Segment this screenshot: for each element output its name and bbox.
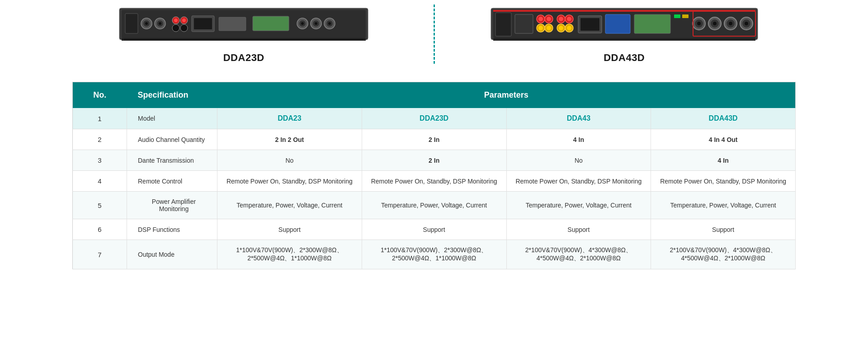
cell-dda43d-1: DDA43D [651,108,796,129]
divider [434,5,435,64]
svg-point-13 [172,24,179,32]
cell-dda43-7: 2*100V&70V(900W)、4*300W@8Ω、4*500W@4Ω、2*1… [506,240,651,269]
svg-point-10 [174,19,178,22]
header-specification: Specification [127,82,217,108]
cell-dda43-5: Temperature, Power, Voltage, Current [506,192,651,219]
cell-dda23d-4: Remote Power On, Standby, DSP Monitoring [362,171,506,192]
svg-point-50 [567,26,571,30]
header-parameters: Parameters [217,82,796,108]
cell-dda23d-7: 1*100V&70V(900W)、2*300W@8Ω、2*500W@4Ω、1*1… [362,240,506,269]
cell-dda43-3: No [506,150,651,171]
cell-spec-5: Power Amplifier Monitoring [127,192,217,219]
svg-rect-29 [124,39,363,40]
product-block-dda43d: DDA43D [453,5,796,64]
cell-dda23-1: DDA23 [217,108,362,129]
svg-point-21 [301,22,304,25]
cell-dda43-2: 4 In [506,129,651,150]
product-images-section: DDA23D [0,0,868,73]
svg-rect-18 [253,16,289,31]
cell-dda43d-2: 4 In 4 Out [651,129,796,150]
header-no: No. [73,82,127,108]
cell-dda23-6: Support [217,219,362,240]
table-row: 4 Remote Control Remote Power On, Standb… [73,171,796,192]
cell-no-7: 7 [73,240,127,269]
cell-dda43-1: DDA43 [506,108,651,129]
svg-rect-2 [125,14,138,33]
product-block-dda23d: DDA23D [72,5,415,64]
svg-point-48 [559,26,563,30]
svg-point-36 [538,17,543,21]
cell-dda23-4: Remote Power On, Standby, DSP Monitoring [217,171,362,192]
svg-point-38 [547,17,551,21]
svg-rect-33 [495,13,511,36]
table-row: 6 DSP Functions Support Support Support … [73,219,796,240]
cell-dda23-7: 1*100V&70V(900W)、2*300W@8Ω、2*500W@4Ω、1*1… [217,240,362,269]
cell-no-1: 1 [73,108,127,129]
cell-spec-6: DSP Functions [127,219,217,240]
cell-no-3: 3 [73,150,127,171]
cell-spec-2: Audio Channel Quantity [127,129,217,150]
svg-point-65 [729,22,732,25]
cell-dda23-3: No [217,150,362,171]
product-name-dda23d: DDA23D [223,52,264,64]
product-name-dda43d: DDA43D [604,52,645,64]
table-row: 7 Output Mode 1*100V&70V(900W)、2*300W@8Ω… [73,240,796,269]
svg-point-8 [159,22,161,25]
svg-rect-54 [634,14,670,33]
cell-dda43d-6: Support [651,219,796,240]
cell-spec-4: Remote Control [127,171,217,192]
cell-dda23d-3: 2 In [362,150,506,171]
svg-point-44 [559,17,563,21]
cell-dda43d-5: Temperature, Power, Voltage, Current [651,192,796,219]
svg-rect-56 [682,14,689,18]
svg-rect-34 [515,14,533,33]
cell-no-6: 6 [73,219,127,240]
comparison-table-container: No. Specification Parameters 1 Model DDA… [0,73,868,283]
svg-rect-17 [219,17,246,31]
cell-dda43-6: Support [506,219,651,240]
svg-point-14 [180,24,188,32]
table-body: 1 Model DDA23 DDA23D DDA43 DDA43D 2 Audi… [73,108,796,269]
svg-point-24 [315,22,317,25]
cell-dda23d-6: Support [362,219,506,240]
cell-spec-3: Dante Transmission [127,150,217,171]
cell-dda43d-4: Remote Power On, Standby, DSP Monitoring [651,171,796,192]
svg-rect-53 [605,14,630,33]
device-image-dda43d [489,5,760,43]
svg-rect-16 [194,18,212,29]
table-header-row: No. Specification Parameters [73,82,796,108]
cell-no-5: 5 [73,192,127,219]
table-row: 3 Dante Transmission No 2 In No 4 In [73,150,796,171]
svg-point-46 [567,17,571,21]
svg-point-68 [745,22,748,25]
svg-rect-55 [674,14,680,18]
cell-dda43d-7: 2*100V&70V(900W)、4*300W@8Ω、4*500W@4Ω、2*1… [651,240,796,269]
cell-dda43-4: Remote Power On, Standby, DSP Monitoring [506,171,651,192]
cell-dda23-5: Temperature, Power, Voltage, Current [217,192,362,219]
svg-point-27 [328,22,331,25]
svg-point-59 [697,22,701,25]
svg-point-40 [538,26,543,30]
svg-point-62 [713,22,717,25]
table-row: 2 Audio Channel Quantity 2 In 2 Out 2 In… [73,129,796,150]
cell-dda23-2: 2 In 2 Out [217,129,362,150]
table-row: 5 Power Amplifier Monitoring Temperature… [73,192,796,219]
svg-point-12 [182,19,186,22]
cell-spec-7: Output Mode [127,240,217,269]
cell-dda23d-2: 2 In [362,129,506,150]
table-row: 1 Model DDA23 DDA23D DDA43 DDA43D [73,108,796,129]
cell-spec-1: Model [127,108,217,129]
cell-dda23d-1: DDA23D [362,108,506,129]
svg-point-5 [145,22,148,25]
comparison-table: No. Specification Parameters 1 Model DDA… [72,82,796,269]
cell-no-4: 4 [73,171,127,192]
svg-rect-52 [580,18,599,31]
device-image-dda23d [117,5,370,43]
cell-no-2: 2 [73,129,127,150]
svg-point-42 [547,26,551,30]
svg-rect-70 [493,38,755,41]
cell-dda43d-3: 4 In [651,150,796,171]
cell-dda23d-5: Temperature, Power, Voltage, Current [362,192,506,219]
